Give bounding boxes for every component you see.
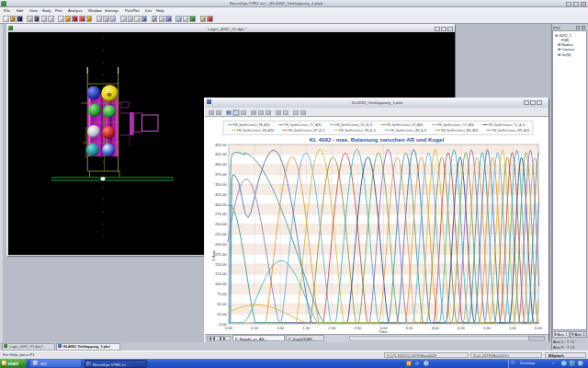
svg-text:125,00: 125,00 <box>215 271 227 276</box>
svg-text:2,00: 2,00 <box>328 326 336 330</box>
svg-text:3,50: 3,50 <box>406 326 414 330</box>
svg-text:FM_SpirExContact_HN_A(N): FM_SpirExContact_HN_A(N) <box>237 129 274 132</box>
svg-text:400,00: 400,00 <box>215 162 227 167</box>
svg-text:FM_SpirExContact_RO_A_N: FM_SpirExContact_RO_A_N <box>335 123 372 127</box>
svg-text:Y Axis: Y Axis <box>211 249 216 261</box>
svg-text:1,50: 1,50 <box>302 326 311 330</box>
svg-text:375,00: 375,00 <box>215 172 227 177</box>
svg-text:75,00: 75,00 <box>217 292 227 296</box>
svg-text:5,50: 5,50 <box>509 326 517 330</box>
svg-text:FM_SpirExContact_TO_A_N: FM_SpirExContact_TO_A_N <box>489 123 526 127</box>
svg-text:FM_SpirExContact_MT_A_N: FM_SpirExContact_MT_A_N <box>288 129 325 132</box>
svg-text:1,00: 1,00 <box>277 326 285 330</box>
svg-text:4,50: 4,50 <box>458 326 466 330</box>
svg-text:FM_SpirExContact_SX_A(N): FM_SpirExContact_SX_A(N) <box>387 123 424 127</box>
svg-text:50,00: 50,00 <box>217 302 227 306</box>
svg-text:325,00: 325,00 <box>215 192 227 197</box>
svg-text:2,50: 2,50 <box>354 326 362 330</box>
svg-text:425,00: 425,00 <box>215 152 227 156</box>
svg-text:0,50: 0,50 <box>251 326 259 330</box>
svg-text:5,00: 5,00 <box>483 326 492 330</box>
svg-text:275,00: 275,00 <box>215 212 227 216</box>
svg-text:25,00: 25,00 <box>217 312 227 316</box>
svg-text:200,00: 200,00 <box>215 242 227 247</box>
svg-text:175,00: 175,00 <box>215 252 227 257</box>
svg-text:FM_SpirExContact_RN_A_N: FM_SpirExContact_RN_A_N <box>339 129 376 132</box>
svg-text:FM_SpirExContact_WN_A(N): FM_SpirExContact_WN_A(N) <box>492 129 530 132</box>
svg-text:150,00: 150,00 <box>215 262 227 267</box>
svg-text:250,00: 250,00 <box>215 222 227 226</box>
svg-text:FM_SpirExContact_MN_A(N): FM_SpirExContact_MN_A(N) <box>441 129 479 132</box>
svg-text:225,00: 225,00 <box>215 232 227 236</box>
svg-text:KL 4092 - max. Belastung zwisc: KL 4092 - max. Belastung zwischen AR und… <box>310 136 445 143</box>
svg-text:FM_SpirExContact_TO_A(N): FM_SpirExContact_TO_A(N) <box>437 123 474 127</box>
svg-text:FM_SpirExContact_FB_A(N): FM_SpirExContact_FB_A(N) <box>233 123 270 127</box>
svg-text:350,00: 350,00 <box>215 182 227 187</box>
svg-text:6,00: 6,00 <box>535 326 543 330</box>
svg-text:0,00: 0,00 <box>225 326 233 330</box>
svg-text:FM_SpirExContact_TO_A(N): FM_SpirExContact_TO_A(N) <box>285 123 322 127</box>
svg-text:4,00: 4,00 <box>432 326 440 330</box>
svg-text:100,00: 100,00 <box>215 282 227 286</box>
svg-text:450,00: 450,00 <box>215 143 227 147</box>
svg-text:300,00: 300,00 <box>215 202 227 207</box>
svg-text:FM_SpirExContact_AN_A_N: FM_SpirExContact_AN_A_N <box>390 129 427 132</box>
